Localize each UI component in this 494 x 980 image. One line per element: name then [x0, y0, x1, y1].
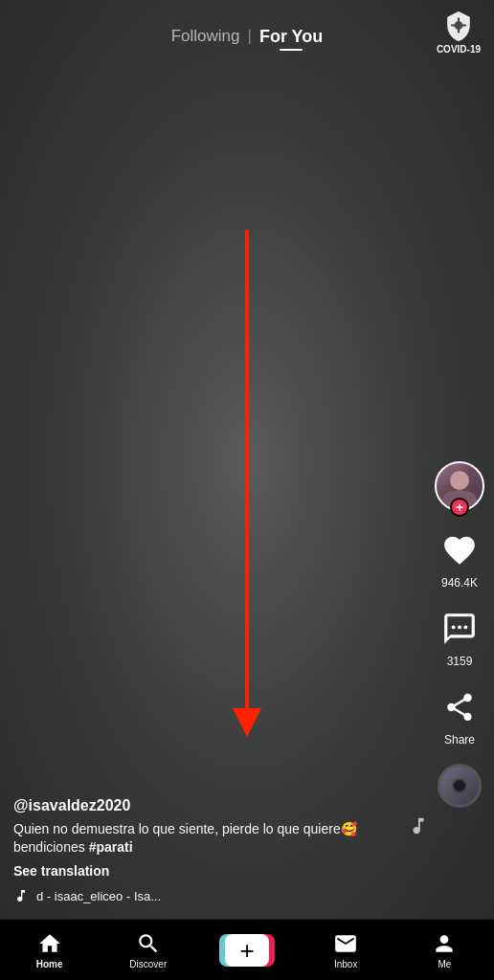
comment-count: 3159 [447, 655, 473, 668]
me-label: Me [438, 959, 451, 969]
svg-point-9 [463, 626, 467, 630]
caption-text: Quien no demuestra lo que siente, pierde… [13, 821, 357, 856]
nav-divider: | [248, 27, 252, 46]
bottom-nav: Home Discover + Inbox [0, 919, 494, 980]
top-bar: Following | For You COVID-19 [0, 0, 494, 63]
profile-icon [432, 931, 457, 956]
comment-button[interactable]: 3159 [438, 607, 482, 668]
covid-label: COVID-19 [437, 44, 481, 55]
creator-avatar[interactable]: + [435, 461, 484, 511]
foryou-tab[interactable]: For You [259, 27, 323, 47]
right-sidebar: + 946.4K 3159 Share [435, 461, 484, 808]
see-translation-button[interactable]: See translation [13, 863, 427, 879]
nav-discover[interactable]: Discover [99, 931, 197, 969]
create-button-container: + [219, 934, 275, 967]
svg-point-7 [452, 626, 456, 630]
shield-icon [442, 10, 475, 42]
nav-inbox[interactable]: Inbox [297, 931, 395, 969]
share-label: Share [444, 733, 475, 746]
username[interactable]: @isavaldez2020 [13, 797, 427, 814]
share-button[interactable]: Share [438, 685, 482, 746]
follow-plus-button[interactable]: + [450, 498, 469, 517]
inbox-icon [333, 931, 358, 956]
music-disc[interactable] [438, 764, 482, 808]
hashtag[interactable]: #parati [89, 839, 133, 855]
music-info[interactable]: d - isaac_eliceo - Isa... [13, 888, 427, 903]
bottom-content: @isavaldez2020 Quien no demuestra lo que… [13, 797, 427, 903]
share-icon-container [438, 685, 482, 729]
plus-symbol: + [239, 938, 254, 963]
nav-create[interactable]: + [197, 934, 296, 967]
comment-icon [441, 611, 478, 647]
discover-label: Discover [129, 959, 167, 969]
covid-button[interactable]: COVID-19 [437, 10, 481, 55]
music-disc-inner [452, 778, 467, 793]
music-note-icon [13, 888, 29, 903]
home-icon [37, 931, 62, 956]
following-tab[interactable]: Following [171, 27, 240, 46]
share-icon [443, 691, 476, 724]
inbox-label: Inbox [334, 959, 357, 969]
music-text: d - isaac_eliceo - Isa... [36, 889, 161, 903]
video-caption: Quien no demuestra lo que siente, pierde… [13, 820, 427, 858]
home-label: Home [36, 959, 63, 969]
comment-icon-container [438, 607, 482, 651]
svg-point-8 [458, 626, 461, 630]
like-count: 946.4K [441, 576, 478, 590]
video-area [0, 0, 494, 919]
nav-home[interactable]: Home [0, 931, 99, 969]
top-nav: Following | For You [171, 27, 324, 47]
svg-point-0 [455, 21, 463, 30]
heart-icon [441, 532, 478, 568]
create-white-bg: + [225, 934, 269, 967]
search-icon [136, 931, 161, 956]
heart-icon-container [438, 528, 482, 572]
nav-me[interactable]: Me [395, 931, 494, 969]
like-button[interactable]: 946.4K [438, 528, 482, 590]
